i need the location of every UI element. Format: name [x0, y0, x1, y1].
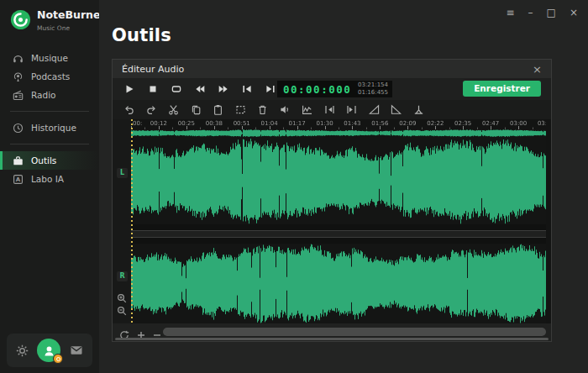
ai-lab-icon: A: [13, 174, 24, 185]
skip-end-icon[interactable]: [265, 84, 276, 94]
sidebar-divider: [10, 111, 89, 112]
right-channel-label: R: [117, 271, 128, 281]
edit-toolbar: [113, 100, 551, 119]
forward-icon[interactable]: [218, 84, 228, 94]
channel-divider[interactable]: [131, 230, 546, 238]
main-content: ≡ – □ × Outils Éditeur Audio × 00:00:000…: [99, 0, 588, 373]
sidebar-item-podcasts[interactable]: Podcasts: [0, 67, 99, 86]
delete-icon[interactable]: [257, 104, 268, 115]
settings-gear-icon[interactable]: [16, 344, 29, 357]
editor-close-icon[interactable]: ×: [533, 63, 542, 76]
time-display: 00:00:000 03:21:154 01:16:455: [277, 81, 392, 97]
fade-in-icon[interactable]: [369, 104, 380, 115]
editor-title: Éditeur Audio: [122, 64, 184, 75]
trim-end-icon[interactable]: [346, 104, 357, 115]
noteburner-logo-icon: [10, 9, 31, 30]
headphones-icon: [13, 53, 24, 64]
toolbox-icon: [13, 155, 24, 166]
ruler-tick-label: 03:00: [510, 120, 527, 127]
ruler-tick-label: 01:17: [289, 120, 306, 127]
skip-start-icon[interactable]: [242, 84, 252, 94]
waveform-left-channel[interactable]: [131, 137, 546, 224]
brand-product: Music One: [37, 24, 106, 32]
ruler-tick-label: 00:: [133, 120, 142, 127]
zoom-out-icon[interactable]: [117, 303, 127, 313]
ruler-tick-label: 01:04: [261, 120, 278, 127]
horizontal-scrollbar-thumb[interactable]: [163, 328, 546, 336]
mixer-icon[interactable]: [413, 104, 424, 115]
cut-icon[interactable]: [168, 104, 179, 115]
minimize-icon[interactable]: –: [528, 6, 533, 19]
sidebar-item-musique[interactable]: Musique: [0, 49, 99, 67]
timeline-zone: 00:00:1200:2500:3800:5101:0401:1701:3001…: [113, 119, 551, 323]
copy-icon[interactable]: [191, 104, 202, 115]
selection-time: 03:21:154: [358, 81, 388, 88]
sidebar-item-labo-ia[interactable]: ALabo IA: [0, 170, 99, 188]
record-button[interactable]: Enregistrer: [463, 81, 541, 97]
app-menu-icon[interactable]: ≡: [507, 6, 515, 19]
zoom-increase-icon[interactable]: [136, 328, 146, 338]
stop-icon[interactable]: [148, 84, 158, 94]
fade-out-icon[interactable]: [391, 104, 402, 115]
transport-buttons: [124, 78, 276, 100]
total-time: 01:16:455: [358, 89, 388, 96]
sidebar-item-label: Musique: [31, 53, 68, 63]
sidebar-nav: MusiquePodcastsRadioHistoriqueOutilsALab…: [0, 49, 99, 188]
ruler-tick-label: 01:56: [371, 120, 388, 127]
trim-start-icon[interactable]: [324, 104, 335, 115]
brand: NoteBurner Music One: [10, 9, 106, 32]
paste-icon[interactable]: [213, 104, 223, 115]
sidebar-item-historique[interactable]: Historique: [0, 118, 99, 137]
waveform-right-channel[interactable]: [131, 244, 546, 323]
sidebar-item-label: Podcasts: [31, 71, 70, 81]
left-channel-label: L: [117, 168, 128, 178]
current-time: 00:00:000: [277, 83, 351, 96]
channel-gutter: L R: [113, 119, 131, 323]
loop-icon[interactable]: [171, 84, 181, 94]
effects-icon[interactable]: [302, 104, 312, 115]
close-window-icon[interactable]: ×: [570, 6, 578, 19]
sidebar-item-label: Labo IA: [31, 174, 64, 184]
panel-scrollbar[interactable]: [115, 338, 549, 340]
volume-icon[interactable]: [280, 104, 291, 115]
svg-text:A: A: [16, 176, 21, 183]
zoom-in-icon[interactable]: [117, 291, 127, 301]
ruler-tick-label: 00:51: [234, 120, 250, 127]
zoom-decrease-icon[interactable]: [152, 328, 162, 338]
ruler-tick-label: 00:25: [178, 120, 195, 127]
playhead-cursor[interactable]: [131, 119, 133, 323]
select-icon[interactable]: [235, 104, 246, 115]
ruler-tick-label: 01:43: [344, 120, 360, 127]
window-controls: ≡ – □ ×: [507, 6, 578, 19]
sidebar: NoteBurner Music One MusiquePodcastsRadi…: [0, 0, 99, 373]
user-avatar[interactable]: [37, 339, 60, 362]
sidebar-item-label: Radio: [31, 90, 56, 100]
sidebar-divider: [10, 144, 89, 144]
ruler-tick-label: 02:35: [454, 120, 471, 127]
audio-editor-panel: Éditeur Audio × 00:00:000 03:21:154 01:1…: [112, 59, 552, 342]
ruler-tick-label: 02:09: [399, 120, 416, 127]
podcast-icon: [13, 71, 24, 82]
rewind-icon[interactable]: [195, 84, 205, 94]
sidebar-item-outils[interactable]: Outils: [0, 151, 99, 170]
sidebar-item-radio[interactable]: Radio: [0, 86, 99, 104]
brand-name: NoteBurner: [37, 9, 106, 21]
timeline-ruler[interactable]: 00:00:1200:2500:3800:5101:0401:1701:3001…: [131, 119, 546, 129]
ruler-tick-label: 00:12: [150, 120, 167, 127]
waveform-overview[interactable]: [131, 129, 546, 137]
play-icon[interactable]: [124, 84, 134, 94]
maximize-icon[interactable]: □: [547, 6, 556, 19]
ruler-tick-label: 03:13: [538, 120, 546, 127]
reset-zoom-icon[interactable]: [119, 328, 129, 338]
ruler-tick-label: 00:38: [206, 120, 223, 127]
app-window: NoteBurner Music One MusiquePodcastsRadi…: [0, 0, 588, 373]
ruler-tick-label: 01:30: [316, 120, 333, 127]
redo-icon[interactable]: [146, 104, 157, 115]
history-icon: [13, 123, 24, 134]
undo-icon[interactable]: [123, 104, 134, 115]
radio-icon: [13, 90, 24, 101]
mail-icon[interactable]: [70, 344, 83, 357]
ruler-tick-label: 02:22: [427, 120, 444, 127]
account-status-badge: [53, 354, 63, 364]
transport-bar: 00:00:000 03:21:154 01:16:455 i Enregist…: [113, 78, 551, 100]
